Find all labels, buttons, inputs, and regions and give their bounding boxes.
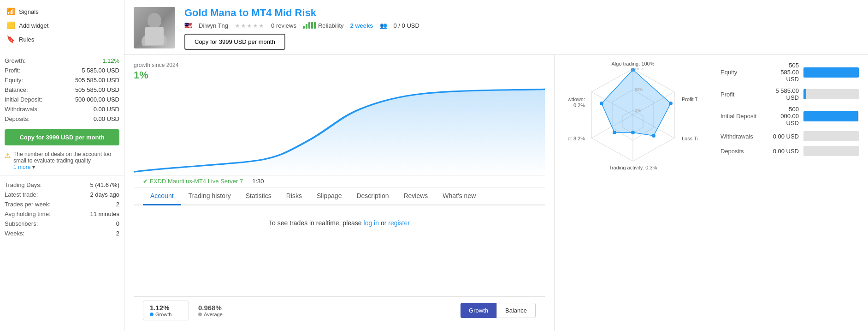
growth-dot-icon (150, 313, 154, 316)
tab-description[interactable]: Description (349, 187, 396, 205)
avg-dot-label: Average (198, 312, 223, 317)
chart-percent: 1% (134, 69, 545, 81)
withdrawals-label: Withdrawals: (5, 106, 39, 113)
svg-text:100+%: 100+% (632, 67, 643, 71)
tab-reviews[interactable]: Reviews (396, 187, 435, 205)
rel-bar-1 (303, 26, 305, 29)
trade-notice-or: or (381, 219, 388, 227)
trading-days-value: 5 (41.67%) (90, 181, 119, 188)
tab-whats-new[interactable]: What's new (435, 187, 483, 205)
rel-bar-4 (311, 22, 313, 29)
latest-trade-value: 2 days ago (90, 191, 119, 198)
login-link[interactable]: log in (364, 219, 379, 227)
tab-statistics[interactable]: Statistics (238, 187, 279, 205)
weeks-value: 2 (116, 230, 119, 237)
weeks-label: Weeks: (5, 230, 24, 237)
stat-row-initial-deposit: Initial Deposit: 500 000.00 USD (5, 95, 119, 104)
subscribers-label: Subscribers: (5, 220, 38, 227)
right-equity-label: Equity (720, 69, 771, 76)
stat-row-subscribers: Subscribers: 0 (5, 219, 119, 229)
right-stats: Equity 505 585.00 USD Profit 5 585.00 US… (711, 55, 868, 331)
stat-row-profit: Profit: 5 585.00 USD (5, 66, 119, 75)
svg-point-11 (669, 102, 673, 105)
right-initial-deposit-value: 500 000.00 USD (771, 106, 803, 126)
initial-deposit-bar (803, 111, 858, 121)
svg-rect-2 (145, 27, 164, 45)
avg-holding-value: 11 minutes (90, 211, 119, 217)
tab-content: To see trades in realtime, please log in… (134, 205, 545, 297)
avg-dot-icon (198, 313, 202, 316)
rules-icon: 🔖 (6, 35, 15, 43)
radar-chart: Algo trading: 100% Profit Trades: 66.7% … (568, 60, 697, 180)
warning-icon: ⚠ (5, 151, 11, 160)
chart-area: growth since 2024 1% ✔ (124, 55, 555, 331)
rel-bar-2 (306, 24, 307, 29)
sidebar-item-add-widget[interactable]: 🟨 Add widget (5, 18, 119, 32)
header-meta: 🇲🇾 Dilwyn Tng ★★★★★ 0 reviews Reliabilit… (184, 22, 859, 29)
sidebar-stats: Growth: 1.12% Profit: 5 585.00 USD Equit… (0, 56, 124, 124)
svg-text:Maximum drawdown:: Maximum drawdown: (568, 96, 585, 102)
sidebar-nav: 📶 Signals 🟨 Add widget 🔖 Rules (0, 5, 124, 51)
reliability-bars (303, 22, 316, 29)
header-area: Gold Mana to MT4 Mid Risk 🇲🇾 Dilwyn Tng … (124, 0, 868, 55)
server-row: ✔ FXDD Mauritius-MT4 Live Server 7 1:30 (134, 175, 545, 187)
sidebar-item-signals-label: Signals (19, 8, 39, 15)
right-stat-initial-deposit: Initial Deposit 500 000.00 USD (720, 106, 859, 126)
btn-balance[interactable]: Balance (496, 303, 536, 318)
copy-button-header[interactable]: Copy for 3999 USD per month (184, 34, 285, 50)
right-equity-value: 505 585.00 USD (771, 62, 803, 83)
right-stat-profit: Profit 5 585.00 USD (720, 87, 859, 101)
radar-area: Algo trading: 100% Profit Trades: 66.7% … (555, 55, 711, 331)
server-status: ✔ FXDD Mauritius-MT4 Live Server 7 (143, 178, 243, 185)
equity-bar (803, 67, 859, 78)
profit-bar-container (803, 89, 859, 99)
equity-bar-container (803, 67, 859, 78)
latest-trade-label: Latest trade: (5, 191, 38, 198)
main-content: Gold Mana to MT4 Mid Risk 🇲🇾 Dilwyn Tng … (124, 0, 868, 331)
tab-trading-history[interactable]: Trading history (181, 187, 238, 205)
chart-label: growth since 2024 (134, 62, 545, 68)
page-title: Gold Mana to MT4 Mid Risk (184, 7, 859, 19)
svg-text:Max deposit load: 8.2%: Max deposit load: 8.2% (568, 136, 585, 141)
stat-row-withdrawals: Withdrawals: 0.00 USD (5, 104, 119, 114)
svg-text:Profit Trades: 66.7%: Profit Trades: 66.7% (682, 96, 697, 102)
btn-growth[interactable]: Growth (461, 303, 496, 318)
tab-slippage[interactable]: Slippage (309, 187, 349, 205)
right-withdrawals-label: Withdrawals (720, 133, 771, 140)
middle-section: growth since 2024 1% ✔ (124, 55, 868, 331)
right-withdrawals-value: 0.00 USD (771, 133, 803, 140)
header-info: Gold Mana to MT4 Mid Risk 🇲🇾 Dilwyn Tng … (184, 7, 859, 50)
growth-dot-label: Growth (150, 312, 171, 317)
svg-text:50%: 50% (635, 87, 643, 92)
broker-flag-icon: 🇲🇾 (184, 22, 192, 29)
avatar-placeholder (134, 7, 175, 48)
avg-indicator: 0.968% Average (198, 304, 223, 317)
balance-label: Balance: (5, 86, 28, 93)
deposits-label: Deposits: (5, 115, 30, 122)
server-name: FXDD Mauritius-MT4 Live Server 7 (150, 178, 243, 185)
right-stat-equity: Equity 505 585.00 USD (720, 62, 859, 83)
trade-notice: To see trades in realtime, please log in… (134, 205, 545, 241)
svg-text:0.2%: 0.2% (573, 102, 585, 108)
trading-days-label: Trading Days: (5, 181, 41, 188)
sidebar-item-rules[interactable]: 🔖 Rules (5, 32, 119, 46)
tab-account[interactable]: Account (143, 187, 181, 205)
warning-more-link[interactable]: 1 more (13, 164, 30, 170)
rel-bar-5 (314, 22, 316, 29)
register-link[interactable]: register (388, 219, 410, 227)
server-check-icon: ✔ (143, 178, 148, 185)
profit-value: 5 585.00 USD (82, 67, 119, 74)
trades-per-week-value: 2 (116, 201, 119, 208)
avatar (134, 7, 175, 48)
sidebar-item-signals[interactable]: 📶 Signals (5, 5, 119, 18)
stat-row-deposits: Deposits: 0.00 USD (5, 114, 119, 124)
add-widget-icon: 🟨 (6, 21, 15, 30)
growth-pct: 1.12% (150, 304, 170, 312)
rel-bar-3 (308, 22, 310, 29)
copy-button-sidebar[interactable]: Copy for 3999 USD per month (5, 129, 119, 145)
profit-bar (803, 89, 806, 99)
right-deposits-value: 0.00 USD (771, 148, 803, 155)
tab-risks[interactable]: Risks (279, 187, 309, 205)
right-profit-label: Profit (720, 91, 771, 98)
stat-row-latest-trade: Latest trade: 2 days ago (5, 190, 119, 199)
